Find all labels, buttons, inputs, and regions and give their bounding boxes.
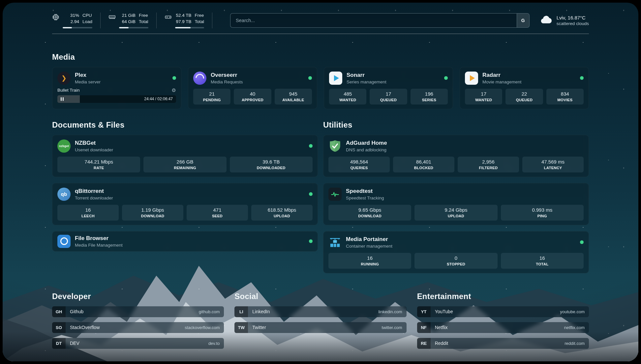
stat-download: 1.19 Gbps DOWNLOAD [122, 205, 183, 221]
stat-queries: 498,564 QUERIES [328, 157, 390, 172]
service-name: Sonarr [347, 72, 386, 78]
section-developer: Developer GH Github github.com SO StackO… [52, 292, 224, 349]
stat-pending: 21 PENDING [193, 89, 230, 105]
service-card-plex[interactable]: ❯ Plex Media server Bullet Train ⚙ [52, 67, 181, 109]
status-dot [172, 76, 176, 80]
stat-approved: 40 APPROVED [234, 89, 271, 105]
memory-progress-bar [119, 27, 148, 28]
status-dot [309, 144, 313, 148]
stat-ping: 0.993 ms PING [501, 205, 584, 221]
stat-movies: 834 MOVIES [546, 89, 584, 105]
service-card-qbittorrent[interactable]: qb qBittorrent Torrent downloader 16 LEE… [52, 183, 318, 225]
nzbget-icon: nzbget [57, 139, 71, 153]
search-input[interactable] [230, 18, 517, 23]
status-dot [580, 76, 584, 80]
disk-monitor: 52.4 TB 97.9 TB Free Total [165, 13, 213, 28]
stat-latency: 47.569 ms LATENCY [522, 157, 584, 172]
disk-total-label: Total [195, 19, 204, 25]
playback-progress-bar[interactable]: 24:44 / 02:06:47 [57, 95, 176, 103]
now-playing-title: Bullet Train [57, 88, 80, 93]
disk-free-label: Free [195, 13, 204, 19]
bookmark-reddit[interactable]: RE Reddit reddit.com [417, 338, 589, 349]
cpu-usage-value: 31% [70, 13, 79, 19]
netflix-icon: NF [417, 322, 431, 333]
cpu-usage-label: CPU [82, 13, 92, 19]
bookmark-netflix[interactable]: NF Netflix netflix.com [417, 322, 589, 333]
stat-wanted: 485 WANTED [329, 89, 366, 105]
section-media: Media ❯ Plex Media server Bullet Tr [52, 52, 589, 109]
section-title-documents: Documents & Files [52, 120, 318, 130]
github-icon: GH [52, 306, 66, 317]
status-dot [309, 192, 313, 196]
cpu-progress-fill [63, 27, 72, 28]
cpu-progress-bar [63, 27, 92, 28]
stat-rate: 744.21 Mbps RATE [57, 157, 140, 172]
service-card-overseerr[interactable]: Overseerr Media Requests 21 PENDING 40 A… [188, 67, 317, 109]
status-dot [444, 76, 448, 80]
speedtest-icon [328, 188, 342, 201]
memory-monitor: 21 GiB 64 GiB Free Total [108, 13, 157, 28]
radarr-icon [465, 72, 478, 85]
service-name: Plex [75, 72, 101, 78]
sonarr-icon [329, 72, 342, 85]
service-subtitle: Media File Management [75, 243, 123, 248]
service-card-adguard[interactable]: AdGuard Home DNS and adblocking 498,564 … [323, 135, 589, 177]
status-dot [309, 239, 313, 243]
service-card-filebrowser[interactable]: File Browser Media File Management [52, 231, 318, 252]
bookmark-youtube[interactable]: YT YouTube youtube.com [417, 306, 589, 317]
service-subtitle: Speedtest Tracking [346, 196, 384, 200]
service-name: AdGuard Home [346, 140, 387, 146]
memory-free-value: 21 GiB [122, 13, 136, 19]
settings-gear-icon[interactable]: ⚙ [172, 88, 176, 93]
bookmark-twitter[interactable]: TW Twitter twitter.com [234, 322, 406, 333]
service-subtitle: Media server [75, 79, 101, 84]
disk-progress-bar [175, 27, 204, 28]
stat-download: 9.65 Gbps DOWNLOAD [328, 205, 411, 221]
filebrowser-icon [57, 235, 71, 248]
stat-blocked: 86,401 BLOCKED [393, 157, 454, 172]
stat-available: 945 AVAILABLE [275, 89, 312, 105]
disk-progress-fill [175, 27, 191, 28]
service-name: Overseerr [211, 72, 243, 78]
bookmark-dev[interactable]: DT DEV dev.to [52, 338, 224, 349]
service-name: Radarr [482, 72, 522, 78]
memory-total-value: 64 GiB [122, 19, 136, 25]
pause-icon[interactable] [60, 97, 64, 101]
service-card-radarr[interactable]: Radarr Movie management 17 WANTED 22 QUE… [460, 67, 589, 109]
adguard-shield-icon [328, 139, 342, 153]
service-subtitle: Torrent downloader [75, 196, 113, 200]
service-card-portainer[interactable]: Media Portainer Container management 16 … [323, 231, 589, 273]
memory-total-label: Total [139, 19, 148, 25]
status-dot [580, 240, 584, 244]
service-subtitle: Usenet downloader [75, 147, 113, 152]
service-card-sonarr[interactable]: Sonarr Series management 485 WANTED 17 Q… [324, 67, 453, 109]
bookmark-linkedin[interactable]: LI LinkedIn linkedin.com [234, 306, 406, 317]
service-subtitle: Container management [346, 244, 392, 249]
section-title-social: Social [234, 292, 406, 301]
stat-stopped: 0 STOPPED [414, 253, 497, 269]
stat-series: 196 SERIES [411, 89, 448, 105]
stat-running: 16 RUNNING [328, 253, 411, 269]
stat-seed: 471 SEED [187, 205, 248, 221]
disk-total-value: 97.9 TB [176, 19, 192, 25]
bookmark-stackoverflow[interactable]: SO StackOverflow stackoverflow.com [52, 322, 224, 333]
twitter-icon: TW [234, 322, 248, 333]
stat-downloaded: 39.6 TB DOWNLOADED [230, 157, 313, 172]
search-bar: G [230, 13, 530, 28]
stat-wanted: 17 WANTED [465, 89, 502, 105]
service-card-speedtest[interactable]: Speedtest Speedtest Tracking 9.65 Gbps D… [323, 183, 589, 225]
cpu-load-label: Load [82, 19, 92, 25]
reddit-icon: RE [417, 338, 431, 349]
youtube-icon: YT [417, 306, 431, 317]
section-utilities: Utilities [323, 120, 589, 273]
section-documents: Documents & Files nzbget NZBGet Usenet d… [52, 120, 318, 273]
stat-upload: 9.24 Gbps UPLOAD [414, 205, 497, 221]
search-engine-button[interactable]: G [517, 14, 529, 27]
service-card-nzbget[interactable]: nzbget NZBGet Usenet downloader 744.21 M… [52, 135, 318, 177]
cpu-icon [52, 14, 59, 22]
linkedin-icon: LI [234, 306, 248, 317]
memory-progress-fill [119, 27, 129, 28]
bookmark-github[interactable]: GH Github github.com [52, 306, 224, 317]
service-subtitle: Movie management [482, 79, 522, 84]
playback-time: 24:44 / 02:06:47 [144, 97, 173, 101]
